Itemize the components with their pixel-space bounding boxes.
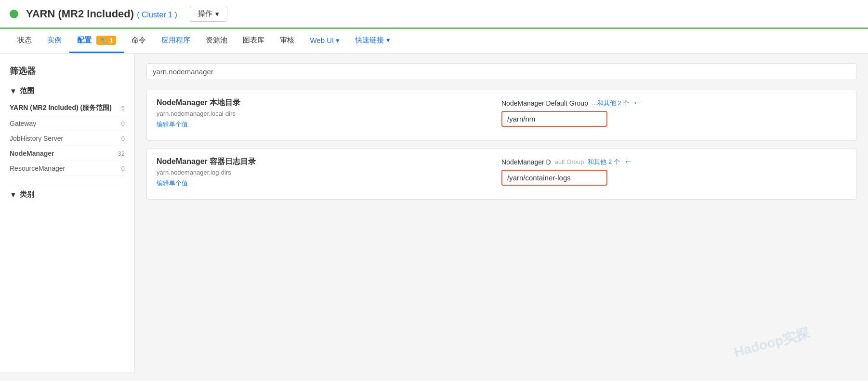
config-group-label-local-dir: NodeManager Default Group ...和其他 2 个 ← xyxy=(501,98,642,108)
ops-dropdown-icon: ▾ xyxy=(215,10,219,18)
config-group-name-suffix-log-dir: ault Group xyxy=(555,158,584,165)
config-group-name-log-dir: NodeManager D xyxy=(501,158,551,166)
tab-pool[interactable]: 资源池 xyxy=(198,29,235,53)
config-group-name-local-dir: NodeManager Default Group xyxy=(501,99,588,107)
config-row-log-dir: NodeManager 容器日志目录 yarn.nodemanager.log-… xyxy=(157,157,846,188)
scope-filter-list: YARN (MR2 Included) (服务范围) 5 Gateway 0 J… xyxy=(10,100,125,176)
config-key-log-dir: yarn.nodemanager.log-dirs xyxy=(157,169,501,176)
filter-resourcemanager-name: ResourceManager xyxy=(10,164,65,172)
tab-quicklinks[interactable]: 快速链接 ▾ xyxy=(347,29,397,53)
tab-commands[interactable]: 命令 xyxy=(124,29,154,53)
category-section-header[interactable]: ▼ 类别 xyxy=(10,190,125,199)
service-title: YARN (MR2 Included) ( Cluster 1 ) xyxy=(26,8,177,20)
ops-button-label: 操作 xyxy=(198,9,212,18)
cluster-label: ( Cluster 1 ) xyxy=(137,11,177,19)
filter-item-nodemanager[interactable]: NodeManager 32 xyxy=(10,146,125,161)
config-group-link-log-dir[interactable]: 和其他 2 个 xyxy=(588,158,619,166)
tab-webui[interactable]: Web UI ▾ xyxy=(302,29,347,53)
search-input[interactable] xyxy=(153,68,850,76)
main-content: NodeManager 本地目录 yarn.nodemanager.local-… xyxy=(135,54,868,372)
value-input-log-dir[interactable] xyxy=(501,170,607,186)
edit-link-local-dir[interactable]: 编辑单个值 xyxy=(157,121,188,128)
filter-item-jobhistory[interactable]: JobHistory Server 0 xyxy=(10,131,125,146)
tab-config-label: 配置 xyxy=(77,36,92,44)
page-header: YARN (MR2 Included) ( Cluster 1 ) 操作 ▾ xyxy=(0,0,868,29)
filter-nodemanager-count: 32 xyxy=(118,150,125,157)
config-card-log-dir: NodeManager 容器日志目录 yarn.nodemanager.log-… xyxy=(146,149,856,200)
tab-quicklinks-label: 快速链接 xyxy=(355,36,384,44)
filter-gateway-name: Gateway xyxy=(10,120,36,127)
config-arrow-log-dir[interactable]: ← xyxy=(624,157,632,167)
search-bar-container xyxy=(146,63,856,80)
config-card-local-dir: NodeManager 本地目录 yarn.nodemanager.local-… xyxy=(146,90,856,141)
config-arrow-local-dir[interactable]: ← xyxy=(633,98,642,108)
wrench-icon: 🔧 xyxy=(100,37,107,44)
filter-yarn-count: 5 xyxy=(121,105,125,112)
filter-resourcemanager-count: 0 xyxy=(121,165,125,172)
scope-label: 范围 xyxy=(20,86,34,95)
scope-section-header[interactable]: ▼ 范围 xyxy=(10,86,125,95)
scope-arrow-icon: ▼ xyxy=(10,87,17,95)
config-left-log-dir: NodeManager 容器日志目录 yarn.nodemanager.log-… xyxy=(157,157,501,188)
config-group-link-local-dir[interactable]: ...和其他 2 个 xyxy=(592,99,629,108)
tab-apps[interactable]: 应用程序 xyxy=(154,29,198,53)
config-name-log-dir: NodeManager 容器日志目录 xyxy=(157,157,501,167)
filter-yarn-name: YARN (MR2 Included) (服务范围) xyxy=(10,104,112,112)
filter-jobhistory-count: 0 xyxy=(121,135,125,142)
main-layout: 筛选器 ▼ 范围 YARN (MR2 Included) (服务范围) 5 Ga… xyxy=(0,54,868,372)
filter-nodemanager-name: NodeManager xyxy=(10,150,54,157)
nav-tabs: 状态 实例 配置 🔧 1 命令 应用程序 资源池 图表库 审核 Web UI ▾… xyxy=(0,29,868,54)
tab-audit[interactable]: 审核 xyxy=(272,29,302,53)
sidebar: 筛选器 ▼ 范围 YARN (MR2 Included) (服务范围) 5 Ga… xyxy=(0,54,135,372)
config-name-local-dir: NodeManager 本地目录 xyxy=(157,98,501,108)
webui-dropdown-icon: ▾ xyxy=(336,36,340,44)
tab-config[interactable]: 配置 🔧 1 xyxy=(69,29,124,53)
config-right-local-dir: NodeManager Default Group ...和其他 2 个 ← xyxy=(501,98,846,127)
badge-count: 1 xyxy=(109,37,113,44)
value-input-local-dir[interactable] xyxy=(501,111,607,127)
sidebar-title: 筛选器 xyxy=(10,65,125,77)
quicklinks-dropdown-icon: ▾ xyxy=(386,36,390,44)
config-badge: 🔧 1 xyxy=(96,36,116,45)
service-name: YARN (MR2 Included) xyxy=(26,8,134,20)
filter-item-gateway[interactable]: Gateway 0 xyxy=(10,116,125,131)
config-key-local-dir: yarn.nodemanager.local-dirs xyxy=(157,110,501,117)
config-right-log-dir: NodeManager D ault Group 和其他 2 个 ← xyxy=(501,157,846,186)
filter-gateway-count: 0 xyxy=(121,120,125,127)
status-dot xyxy=(10,10,18,18)
category-arrow-icon: ▼ xyxy=(10,190,17,199)
config-group-label-log-dir: NodeManager D ault Group 和其他 2 个 ← xyxy=(501,157,632,167)
config-row-local-dir: NodeManager 本地目录 yarn.nodemanager.local-… xyxy=(157,98,846,129)
ops-button[interactable]: 操作 ▾ xyxy=(190,6,227,22)
tab-charts[interactable]: 图表库 xyxy=(235,29,272,53)
edit-link-log-dir[interactable]: 编辑单个值 xyxy=(157,179,188,187)
filter-divider xyxy=(10,183,125,183)
tab-instances[interactable]: 实例 xyxy=(39,29,69,53)
category-label: 类别 xyxy=(20,190,34,199)
filter-item-yarn[interactable]: YARN (MR2 Included) (服务范围) 5 xyxy=(10,100,125,116)
config-left-local-dir: NodeManager 本地目录 yarn.nodemanager.local-… xyxy=(157,98,501,129)
tab-status[interactable]: 状态 xyxy=(10,29,39,53)
filter-item-resourcemanager[interactable]: ResourceManager 0 xyxy=(10,161,125,176)
filter-jobhistory-name: JobHistory Server xyxy=(10,135,63,142)
tab-webui-label: Web UI xyxy=(310,36,334,44)
